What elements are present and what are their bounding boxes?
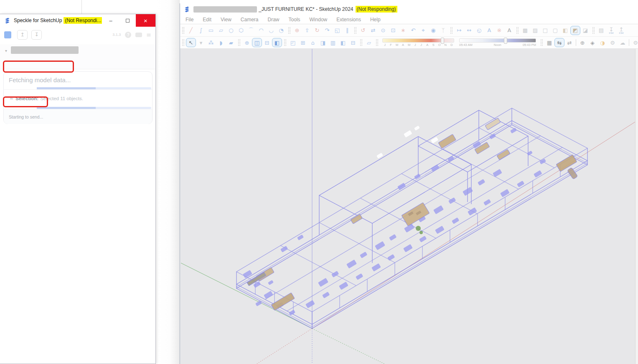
rectangle-tool-icon[interactable]: ▭ (206, 26, 216, 35)
toolbar-grip[interactable] (360, 39, 363, 46)
follow-me-tool-icon[interactable]: ↷ (322, 26, 332, 35)
model-sync-icon[interactable]: ⇆ (554, 38, 564, 47)
rotated-rectangle-tool-icon[interactable]: ▱ (216, 26, 226, 35)
toolbar-grip[interactable] (516, 27, 519, 34)
menu-file[interactable]: File (186, 17, 193, 23)
protractor-tool-icon[interactable]: ◵ (474, 26, 484, 35)
pan-tool-icon[interactable]: ⇄ (368, 26, 378, 35)
three-point-arc-tool-icon[interactable]: ◡ (266, 26, 276, 35)
toolbar-grip[interactable] (288, 27, 291, 34)
offset-tool-icon[interactable]: ∥ (342, 26, 352, 35)
tag-icon[interactable]: ▱ (364, 38, 374, 47)
import-csv-icon[interactable]: ↧CSV (606, 26, 616, 35)
section-plane-icon[interactable]: ⊕ (242, 38, 252, 47)
view-right-icon[interactable]: ◨ (318, 38, 328, 47)
orbit-tool-icon[interactable]: ↺ (358, 26, 368, 35)
make-component-icon[interactable]: ⁂ (206, 38, 216, 47)
circle-tool-icon[interactable]: ○ (226, 26, 236, 35)
maximize-button[interactable] (119, 14, 136, 27)
toolbar-grip[interactable] (376, 39, 379, 46)
select-tool-icon[interactable]: ↖ (186, 38, 196, 47)
toolbar-grip[interactable] (182, 27, 185, 34)
style-back-edges-icon[interactable]: ▨ (530, 26, 540, 35)
toolbar-grip[interactable] (284, 39, 287, 46)
render-quality-icon[interactable]: ◈ (587, 38, 597, 47)
export-csv-icon[interactable]: ↥CSV (616, 26, 626, 35)
menu-icon[interactable]: ≡ (146, 31, 151, 38)
text-tool-icon[interactable]: A (484, 26, 494, 35)
toolbar-grip[interactable] (592, 27, 595, 34)
position-camera-icon[interactable]: ⌖ (418, 26, 428, 35)
cloud-upload-icon[interactable]: ☁ (618, 38, 628, 47)
load-button[interactable]: ↧ (31, 30, 42, 40)
zoom-window-tool-icon[interactable]: ⊡ (388, 26, 398, 35)
scale-tool-icon[interactable]: ◱ (332, 26, 342, 35)
close-button[interactable]: × (136, 14, 155, 27)
axes-tool-icon[interactable]: ※ (494, 26, 504, 35)
3d-text-tool-icon[interactable]: A (504, 26, 514, 35)
view-back-icon[interactable]: ▥ (328, 38, 338, 47)
look-around-icon[interactable]: ◉ (428, 26, 438, 35)
render-settings-icon[interactable]: ⚙ (607, 38, 618, 47)
pie-tool-icon[interactable]: ◔ (276, 26, 286, 35)
sketchup-titlebar[interactable]: _JUST FURNITURE KC* - SketchUp 2024 (Not… (180, 3, 638, 15)
month-slider-handle[interactable] (441, 38, 444, 44)
arc-tool-icon[interactable]: ⌒ (246, 26, 256, 35)
send-to-layout-icon[interactable]: ▤ (596, 26, 606, 35)
feedback-icon[interactable] (135, 33, 142, 37)
toolbar-grip[interactable] (540, 39, 543, 46)
menu-extensions[interactable]: Extensions (336, 17, 361, 23)
view-front-icon[interactable]: ⌂ (308, 38, 318, 47)
publish-button[interactable]: ↥ (17, 30, 28, 40)
previous-view-icon[interactable]: ↶ (408, 26, 418, 35)
style-hidden-line-icon[interactable]: ▢ (550, 26, 560, 35)
chevron-down-icon[interactable]: ▾ (5, 48, 7, 53)
tape-measure-icon[interactable]: ↦ (454, 26, 464, 35)
add-render-icon[interactable]: ⊕ (577, 38, 587, 47)
month-slider-track[interactable] (382, 38, 454, 43)
view-left-icon[interactable]: ◧ (338, 38, 348, 47)
material-palette-icon[interactable]: ◑ (597, 38, 607, 47)
display-section-cuts-icon[interactable]: ⊟ (262, 38, 272, 47)
style-monochrome-icon[interactable]: ◪ (580, 26, 590, 35)
minimize-button[interactable]: – (102, 14, 119, 27)
walk-tool-icon[interactable]: ᛉ (438, 26, 448, 35)
toolbar-grip[interactable] (354, 27, 357, 34)
extension-settings-icon[interactable]: ⚙ (630, 38, 638, 47)
zoom-extents-tool-icon[interactable]: ∗ (398, 26, 408, 35)
menu-help[interactable]: Help (370, 17, 381, 23)
viewport-canvas[interactable] (180, 49, 638, 364)
line-tool-icon[interactable]: ╱ (186, 26, 196, 35)
camera-sync-icon[interactable]: ⇄ (564, 38, 574, 47)
menu-draw[interactable]: Draw (268, 17, 280, 23)
freehand-tool-icon[interactable]: ∫ (196, 26, 206, 35)
display-section-fill-icon[interactable]: ◧ (272, 38, 282, 47)
toolbar-grip[interactable] (450, 27, 453, 34)
scenes-export-icon[interactable]: ▦ (544, 38, 554, 47)
speckle-titlebar[interactable]: Speckle for SketchUp (Not Respondi... – … (0, 14, 155, 27)
display-section-planes-icon[interactable]: ◫ (252, 38, 262, 47)
zoom-tool-icon[interactable]: ⊙ (378, 26, 388, 35)
two-point-arc-tool-icon[interactable]: ◠ (256, 26, 266, 35)
time-slider-track[interactable] (459, 38, 536, 43)
view-bottom-icon[interactable]: ⊟ (348, 38, 358, 47)
select-dropdown-icon[interactable]: ▾ (196, 38, 206, 47)
style-shaded-icon[interactable]: ◧ (560, 26, 570, 35)
polygon-tool-icon[interactable]: ⬡ (236, 26, 246, 35)
help-icon[interactable]: ? (125, 32, 131, 38)
style-wireframe-icon[interactable]: □ (540, 26, 550, 35)
dimension-tool-icon[interactable]: ↔ (464, 26, 474, 35)
time-slider-handle[interactable] (504, 38, 507, 44)
style-xray-icon[interactable]: ▩ (520, 26, 530, 35)
toolbar-grip[interactable] (182, 39, 185, 46)
menu-tools[interactable]: Tools (289, 17, 300, 23)
view-iso-icon[interactable]: ◰ (288, 38, 298, 47)
view-top-icon[interactable]: ⊞ (298, 38, 308, 47)
menu-camera[interactable]: Camera (241, 17, 259, 23)
move-tool-icon[interactable]: ⊕ (292, 26, 302, 35)
toolbar-grip[interactable] (238, 39, 241, 46)
push-pull-tool-icon[interactable]: ⇧ (302, 26, 312, 35)
style-shaded-textures-icon[interactable]: ◩ (570, 26, 580, 35)
menu-view[interactable]: View (221, 17, 231, 23)
rotate-tool-icon[interactable]: ↻ (312, 26, 322, 35)
